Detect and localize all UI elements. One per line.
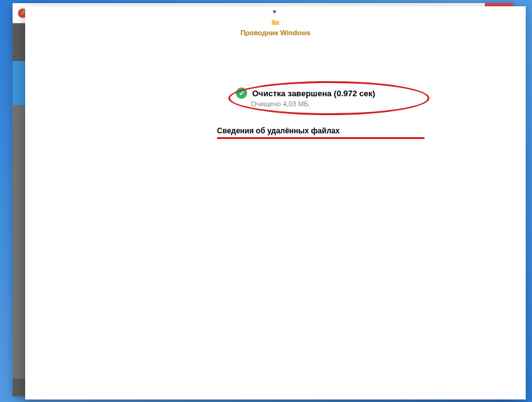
app-body: Очистка Реестр Сервис Настройки Windows … — [13, 61, 513, 379]
result-block: ✓ Очистка завершена (0.972 сек) Очищено … — [209, 79, 513, 113]
check-icon: ✓ — [236, 87, 247, 99]
result-info: Очищено 4,03 МБ. — [251, 100, 506, 108]
tree-group[interactable]: ▾Проводник Windows — [72, 81, 209, 379]
tree[interactable]: ▾Internet ExplorerВременные файлы браузе… — [72, 81, 209, 379]
app-window: Piriform CCleaner — ☐ ✕ CCleaner Free v5… — [13, 3, 513, 396]
details-heading: Сведения об удалённых файлах — [217, 126, 506, 138]
tree-pane: Windows Приложения ▾Internet ExplorerВре… — [72, 61, 209, 379]
result-done: Очистка завершена (0.972 сек) — [252, 89, 375, 98]
